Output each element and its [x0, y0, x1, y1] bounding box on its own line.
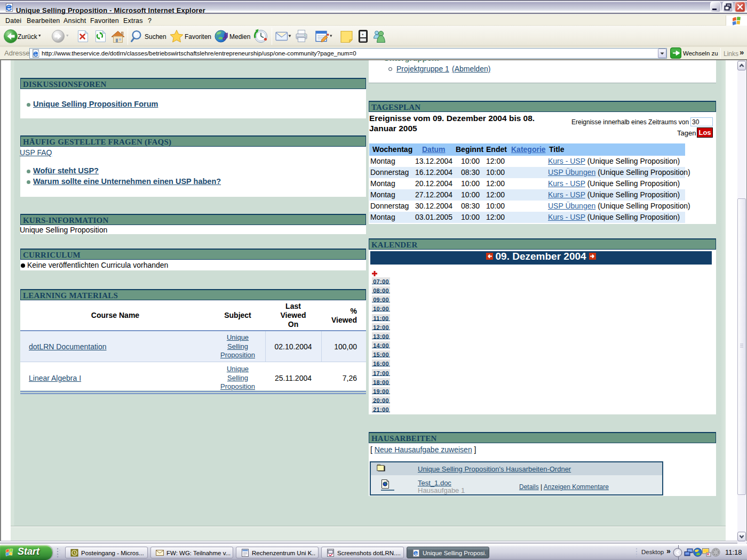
svg-text:*: *	[362, 33, 364, 38]
